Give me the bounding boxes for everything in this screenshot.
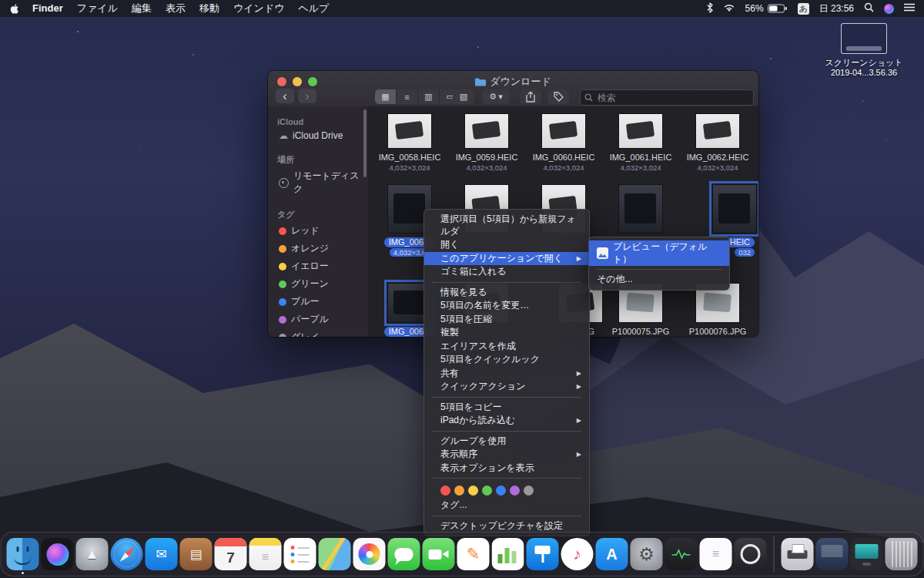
dock-safari-icon[interactable]: [111, 538, 143, 570]
wifi-icon[interactable]: [723, 3, 735, 15]
sidebar-tag-green[interactable]: グリーン: [268, 275, 368, 293]
menu-item-get-info[interactable]: 情報を見る: [424, 286, 589, 300]
menu-item-compress[interactable]: 5項目を圧縮: [424, 313, 589, 327]
notification-center-icon[interactable]: [904, 3, 915, 14]
siri-menubar-icon[interactable]: [884, 4, 894, 14]
menubar-menu-window[interactable]: ウインドウ: [226, 0, 292, 17]
forward-button[interactable]: ›: [298, 89, 316, 103]
dock-numbers-icon[interactable]: [492, 538, 524, 570]
file-item[interactable]: P1000076.JPG: [679, 284, 756, 337]
menubar-menu-view[interactable]: 表示: [159, 0, 192, 17]
view-list-button[interactable]: ≡: [397, 89, 418, 104]
spotlight-icon[interactable]: [864, 2, 874, 15]
dock-maps-icon[interactable]: [319, 538, 351, 570]
menu-item-import-from-ipad[interactable]: iPadから読み込む▶: [424, 414, 589, 428]
file-item[interactable]: IMG_0060.HEIC4,032×3,024: [525, 114, 602, 172]
menubar-menu-file[interactable]: ファイル: [70, 0, 125, 17]
menubar-menu-help[interactable]: ヘルプ: [291, 0, 336, 17]
tag-purple-dot[interactable]: [510, 486, 520, 496]
menubar-menu-go[interactable]: 移動: [192, 0, 226, 17]
group-by-button[interactable]: ▧: [453, 89, 474, 104]
dock-photos-icon[interactable]: [353, 538, 386, 570]
sidebar-item-remote-disk[interactable]: リモートディスク: [268, 167, 368, 198]
file-item[interactable]: IMG_0059.HEIC4,032×3,024: [448, 114, 525, 172]
menu-item-copy[interactable]: 5項目をコピー: [424, 401, 589, 415]
action-gear-button[interactable]: ⚙ ▾: [482, 89, 510, 104]
sidebar-tag-gray[interactable]: グレイ: [268, 328, 368, 337]
dock-app-store-icon[interactable]: A: [596, 538, 628, 570]
menu-item-move-to-trash[interactable]: ゴミ箱に入れる: [424, 265, 589, 279]
menu-item-rename[interactable]: 5項目の名前を変更…: [424, 299, 589, 313]
dock-printer-icon[interactable]: [782, 538, 814, 570]
tag-orange-dot[interactable]: [454, 486, 464, 496]
menu-item-share[interactable]: 共有▶: [424, 367, 589, 381]
file-item[interactable]: IMG_0061.HEIC4,032×3,024: [602, 114, 679, 172]
sidebar-tag-orange[interactable]: オレンジ: [268, 240, 368, 257]
desktop-file-screenshot[interactable]: スクリーンショット 2019-04...3.56.36: [815, 23, 913, 78]
menu-item-quick-actions[interactable]: クイックアクション▶: [424, 380, 589, 394]
menu-item-make-alias[interactable]: エイリアスを作成: [424, 340, 589, 354]
battery-indicator[interactable]: 56%: [745, 3, 788, 14]
menu-item-use-groups[interactable]: グループを使用: [424, 435, 589, 449]
dock-activity-monitor-icon[interactable]: [665, 538, 698, 570]
tag-yellow-dot[interactable]: [468, 486, 478, 496]
menu-item-tags[interactable]: タグ...: [424, 499, 589, 512]
dock-finder-icon[interactable]: [7, 538, 39, 570]
menu-item-quick-look[interactable]: 5項目をクイックルック: [424, 353, 589, 367]
sidebar-tag-red[interactable]: レッド: [268, 222, 368, 240]
menu-item-duplicate[interactable]: 複製: [424, 326, 589, 340]
search-field[interactable]: [580, 89, 754, 106]
dock-facetime-icon[interactable]: [423, 538, 455, 570]
menubar-app-name[interactable]: Finder: [25, 0, 70, 17]
sidebar-tag-yellow[interactable]: イエロー: [268, 257, 368, 275]
menu-item-open[interactable]: 開く: [424, 238, 589, 252]
sidebar-tag-purple[interactable]: パープル: [268, 311, 368, 328]
dock-launchpad-icon[interactable]: ▲: [76, 538, 109, 570]
dock-siri-icon[interactable]: [42, 538, 74, 570]
dock-books-icon[interactable]: ▤: [180, 538, 213, 570]
menu-item-new-folder-from-selection[interactable]: 選択項目（5項目）から新規フォルダ: [424, 213, 589, 238]
menubar-clock[interactable]: 日 23:56: [819, 2, 854, 15]
sidebar-item-icloud-drive[interactable]: ☁ iCloud Drive: [268, 128, 368, 143]
file-item[interactable]: P1000075.JPG: [602, 284, 679, 337]
menu-item-sort-by[interactable]: 表示順序▶: [424, 448, 589, 462]
input-method-badge[interactable]: あ: [798, 3, 809, 15]
dock-trash-icon[interactable]: [886, 538, 918, 570]
menu-item-show-view-options[interactable]: 表示オプションを表示: [424, 462, 589, 476]
dock-photo-booth-icon[interactable]: [735, 538, 767, 570]
view-icons-button[interactable]: ▦: [375, 89, 397, 104]
search-input[interactable]: [596, 92, 749, 104]
back-button[interactable]: ‹: [276, 89, 294, 103]
dock-system-preferences-icon[interactable]: ⚙: [631, 538, 663, 570]
tags-button[interactable]: [547, 89, 569, 104]
tag-red-dot[interactable]: [440, 486, 450, 496]
dock-pages-icon[interactable]: ✎: [457, 538, 490, 570]
dock-messages-icon[interactable]: [388, 538, 420, 570]
dock-reminders-icon[interactable]: [284, 538, 316, 570]
file-item[interactable]: IMG_0062.HEIC4,032×3,024: [679, 114, 756, 172]
tag-green-dot[interactable]: [482, 486, 492, 496]
dock-calendar-icon[interactable]: 7: [215, 538, 247, 570]
apple-menu-icon[interactable]: [9, 3, 19, 15]
menubar-menu-edit[interactable]: 編集: [125, 0, 159, 17]
view-columns-button[interactable]: ▥: [418, 89, 440, 104]
file-item[interactable]: IMG_0058.HEIC4,032×3,024: [371, 114, 448, 172]
dock-textedit-icon[interactable]: ≡: [700, 538, 732, 570]
dock-external-drive-icon[interactable]: [816, 538, 849, 570]
window-titlebar[interactable]: ダウンロード ‹ › ▦ ≡ ▥ ▭ ▧ ⚙ ▾: [268, 71, 758, 107]
sidebar-tag-blue[interactable]: ブルー: [268, 293, 368, 311]
dock-itunes-icon[interactable]: ♪: [561, 538, 594, 570]
submenu-item-preview-default[interactable]: プレビュー（デフォルト）: [589, 240, 729, 266]
submenu-item-other[interactable]: その他...: [589, 273, 729, 287]
tag-blue-dot[interactable]: [496, 486, 506, 496]
bluetooth-icon[interactable]: [707, 2, 713, 15]
dock-keynote-icon[interactable]: [527, 538, 559, 570]
tag-gray-dot[interactable]: [524, 486, 534, 496]
menu-item-set-desktop-picture[interactable]: デスクトップピクチャを設定: [424, 519, 589, 533]
sidebar-scrollbar[interactable]: [363, 109, 367, 177]
dock-display-icon[interactable]: [851, 538, 883, 570]
share-button[interactable]: [520, 89, 541, 104]
menu-item-open-with[interactable]: このアプリケーションで開く▶: [424, 252, 589, 266]
dock-notes-icon[interactable]: ≡: [249, 538, 282, 570]
dock-mail-icon[interactable]: ✉: [146, 538, 178, 570]
